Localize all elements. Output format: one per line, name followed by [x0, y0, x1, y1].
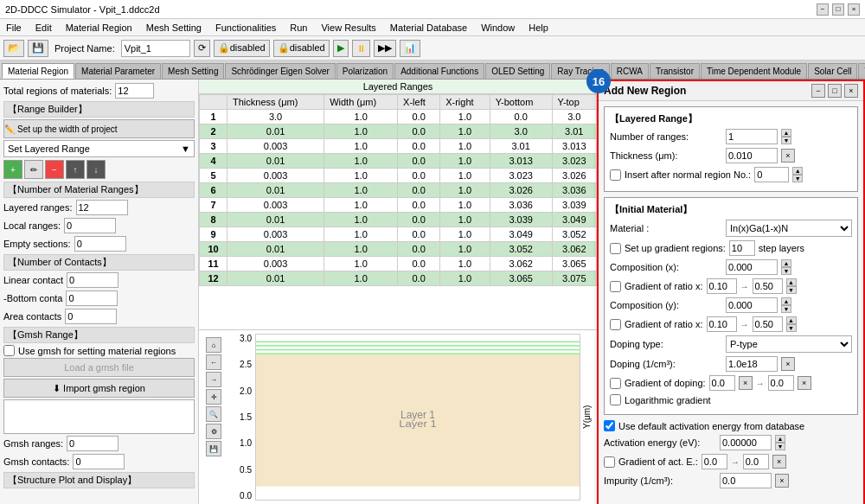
tab-additional[interactable]: Additional Functions: [394, 63, 484, 79]
gradient-y-to[interactable]: [753, 316, 783, 332]
setup-gradient-checkbox[interactable]: [610, 243, 621, 254]
menu-run[interactable]: Run: [287, 22, 310, 33]
act-energy-down[interactable]: ▼: [775, 443, 785, 450]
gradient-x-up[interactable]: ▲: [786, 278, 797, 286]
gradient-y-down[interactable]: ▼: [786, 324, 797, 332]
doping-input[interactable]: [726, 356, 778, 372]
grad-doping-to-clear[interactable]: ×: [798, 376, 811, 390]
gradient-x-to[interactable]: [753, 278, 783, 294]
chart-btn[interactable]: 📊: [400, 40, 420, 57]
num-ranges-up[interactable]: ▲: [781, 129, 791, 137]
act-energy-up[interactable]: ▲: [775, 435, 785, 443]
add-range-btn[interactable]: +: [3, 160, 22, 179]
table-row[interactable]: 120.011.00.01.03.0653.075: [200, 271, 597, 286]
table-row[interactable]: 13.01.00.01.00.03.0: [200, 110, 597, 124]
local-ranges-input[interactable]: [64, 218, 116, 233]
table-row[interactable]: 80.011.00.01.03.0393.049: [200, 213, 597, 227]
tab-schrodinger[interactable]: Schrödinger Eigen Solver: [225, 63, 335, 79]
tab-thermal[interactable]: Thermal: [858, 63, 865, 79]
bottom-conta-input[interactable]: [66, 290, 118, 306]
use-gmsh-checkbox[interactable]: [3, 345, 15, 356]
use-default-checkbox[interactable]: [604, 420, 615, 431]
gradient-doping-checkbox[interactable]: [610, 378, 621, 389]
logarithmic-checkbox[interactable]: [610, 394, 621, 405]
tab-transistor[interactable]: Transistor: [650, 63, 700, 79]
table-row[interactable]: 100.011.00.01.03.0523.062: [200, 242, 597, 257]
delete-range-btn[interactable]: −: [45, 160, 64, 179]
menu-material-database[interactable]: Material Database: [388, 22, 470, 33]
gradient-y-up[interactable]: ▲: [786, 316, 797, 324]
menu-functionalities[interactable]: Functionalities: [213, 22, 279, 33]
close-btn[interactable]: ×: [848, 3, 860, 16]
impurity-input[interactable]: [720, 473, 772, 488]
layered-ranges-input[interactable]: [76, 200, 128, 215]
thickness-clear-btn[interactable]: ×: [781, 149, 795, 163]
tab-solar-cell[interactable]: Solar Cell: [808, 63, 857, 79]
settings-tool[interactable]: ⚙: [206, 424, 221, 439]
back-tool[interactable]: ←: [206, 354, 221, 370]
set-layered-range-dropdown[interactable]: Set Layered Range ▼: [3, 140, 195, 157]
material-select[interactable]: In(x)Ga(1-x)N: [726, 220, 852, 237]
stop-btn[interactable]: ⏸: [352, 40, 370, 57]
move-up-btn[interactable]: ↑: [66, 160, 85, 179]
gradient-act-from[interactable]: [702, 454, 727, 469]
gradient-act-to[interactable]: [743, 454, 769, 469]
menu-help[interactable]: Help: [526, 22, 551, 33]
dialog-minimize-btn[interactable]: −: [811, 84, 825, 98]
gradient-x-from[interactable]: [707, 278, 737, 294]
doping-type-select[interactable]: P-type N-type: [726, 335, 852, 353]
menu-material-region[interactable]: Material Region: [63, 22, 135, 33]
linear-contact-input[interactable]: [67, 272, 119, 288]
comp-y-down[interactable]: ▼: [781, 305, 791, 313]
forward-tool[interactable]: →: [206, 372, 221, 387]
save-chart-tool[interactable]: 💾: [206, 441, 221, 456]
total-regions-input[interactable]: [115, 83, 154, 99]
comp-x-down[interactable]: ▼: [781, 267, 791, 275]
table-row[interactable]: 110.0031.00.01.03.0623.065: [200, 257, 597, 271]
table-row[interactable]: 30.0031.00.01.03.013.013: [200, 139, 597, 154]
tab-rcwa[interactable]: RCWA: [611, 63, 649, 79]
gradient-act-clear[interactable]: ×: [772, 455, 786, 469]
tab-mesh-setting[interactable]: Mesh Setting: [162, 63, 224, 79]
disabled-btn1[interactable]: 🔒disabled: [214, 40, 270, 57]
area-contacts-input[interactable]: [65, 309, 117, 324]
gradient-x-checkbox[interactable]: [610, 281, 621, 292]
disabled-btn2[interactable]: 🔒disabled: [273, 40, 330, 57]
activation-energy-input[interactable]: [720, 435, 772, 450]
refresh-btn[interactable]: ⟳: [194, 40, 210, 57]
open-btn[interactable]: 📂: [3, 40, 24, 57]
insert-after-input[interactable]: [754, 167, 789, 182]
play-btn[interactable]: ▶: [333, 40, 349, 57]
comp-y-input[interactable]: [726, 297, 778, 313]
table-row[interactable]: 40.011.00.01.03.0133.023: [200, 154, 597, 169]
num-ranges-down[interactable]: ▼: [781, 137, 791, 144]
project-name-input[interactable]: Project Name: Vpit_1: [121, 40, 190, 57]
gradient-doping-to[interactable]: [768, 375, 794, 391]
menu-file[interactable]: File: [3, 22, 24, 33]
menu-mesh-setting[interactable]: Mesh Setting: [144, 22, 204, 33]
setup-gradient-input[interactable]: [729, 240, 755, 256]
impurity-clear-btn[interactable]: ×: [775, 474, 789, 488]
maximize-btn[interactable]: □: [832, 3, 844, 16]
table-row[interactable]: 60.011.00.01.03.0263.036: [200, 183, 597, 198]
home-tool[interactable]: ⌂: [206, 337, 221, 353]
gradient-y-from[interactable]: [707, 316, 737, 332]
tab-material-parameter[interactable]: Material Parameter: [75, 63, 161, 79]
empty-sections-input[interactable]: [74, 236, 126, 252]
thickness-input[interactable]: [726, 148, 778, 163]
tab-polarization[interactable]: Polarization: [336, 63, 394, 79]
insert-after-up[interactable]: ▲: [792, 167, 803, 175]
comp-x-input[interactable]: [726, 259, 778, 275]
table-row[interactable]: 70.0031.00.01.03.0363.039: [200, 198, 597, 213]
gradient-x-down[interactable]: ▼: [786, 286, 797, 294]
dialog-maximize-btn[interactable]: □: [828, 84, 842, 98]
edit-range-btn[interactable]: ✏: [24, 160, 43, 179]
doping-clear-btn[interactable]: ×: [781, 357, 795, 371]
run-btn[interactable]: ▶▶: [374, 40, 396, 57]
tab-material-region[interactable]: Material Region: [2, 63, 74, 79]
insert-after-down[interactable]: ▼: [792, 175, 803, 182]
comp-y-up[interactable]: ▲: [781, 297, 791, 305]
tab-time-dependent[interactable]: Time Dependent Module: [701, 63, 807, 79]
save-btn[interactable]: 💾: [28, 40, 48, 57]
pan-tool[interactable]: ✛: [206, 389, 221, 405]
